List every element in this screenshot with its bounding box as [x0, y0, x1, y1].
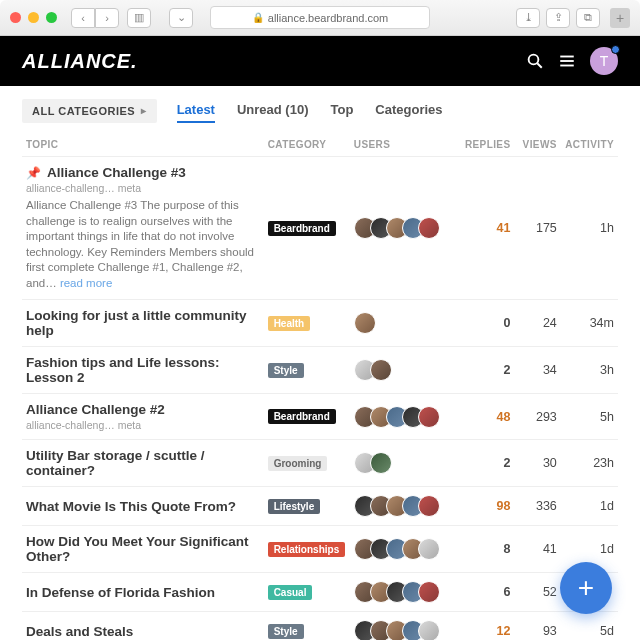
- tab-unread-10-[interactable]: Unread (10): [237, 98, 309, 123]
- tab-top[interactable]: Top: [330, 98, 353, 123]
- user-avatars: [354, 581, 457, 603]
- notification-badge: [611, 45, 620, 54]
- category-pill[interactable]: Beardbrand: [268, 221, 336, 236]
- back-button[interactable]: ‹: [71, 8, 95, 28]
- new-tab-button[interactable]: +: [610, 8, 630, 28]
- filter-row: ALL CATEGORIES ▸ LatestUnread (10)TopCat…: [22, 98, 618, 123]
- avatar[interactable]: [370, 452, 392, 474]
- table-row[interactable]: Deals and StealsStyle12935d: [22, 612, 618, 640]
- view-count: 30: [515, 440, 561, 487]
- topic-table: TOPIC CATEGORY USERS REPLIES VIEWS ACTIV…: [22, 133, 618, 640]
- avatar[interactable]: [418, 538, 440, 560]
- table-row[interactable]: What Movie Is This Quote From?Lifestyle9…: [22, 487, 618, 526]
- category-pill[interactable]: Beardbrand: [268, 409, 336, 424]
- topic-title[interactable]: What Movie Is This Quote From?: [26, 499, 260, 514]
- topic-excerpt: Alliance Challenge #3 The purpose of thi…: [26, 198, 260, 291]
- category-pill[interactable]: Relationships: [268, 542, 346, 557]
- activity-age: 3h: [561, 347, 618, 394]
- activity-age: 1h: [561, 157, 618, 300]
- avatar[interactable]: [418, 495, 440, 517]
- table-row[interactable]: Alliance Challenge #2alliance-challeng… …: [22, 394, 618, 440]
- all-categories-dropdown[interactable]: ALL CATEGORIES ▸: [22, 99, 157, 123]
- activity-age: 5d: [561, 612, 618, 640]
- activity-age: 5h: [561, 394, 618, 440]
- table-row[interactable]: Fashion tips and Life lessons: Lesson 2S…: [22, 347, 618, 394]
- page-content: ALL CATEGORIES ▸ LatestUnread (10)TopCat…: [0, 86, 640, 640]
- reply-count: 12: [497, 624, 511, 638]
- pin-icon: 📌: [26, 166, 41, 180]
- share-button[interactable]: ⇪: [546, 8, 570, 28]
- topic-title[interactable]: Alliance Challenge #2: [26, 402, 260, 417]
- category-pill[interactable]: Lifestyle: [268, 499, 321, 514]
- read-more-link[interactable]: read more: [60, 277, 112, 289]
- avatar-letter: T: [600, 53, 609, 69]
- topic-title[interactable]: 📌Alliance Challenge #3: [26, 165, 260, 180]
- activity-age: 23h: [561, 440, 618, 487]
- col-topic: TOPIC: [22, 133, 264, 157]
- topic-title[interactable]: In Defense of Florida Fashion: [26, 585, 260, 600]
- forward-button[interactable]: ›: [95, 8, 119, 28]
- category-pill[interactable]: Style: [268, 624, 304, 639]
- view-count: 41: [515, 526, 561, 573]
- lock-icon: 🔒: [252, 12, 264, 23]
- maximize-window-icon[interactable]: [46, 12, 57, 23]
- reply-count: 2: [504, 456, 511, 470]
- reply-count: 48: [497, 410, 511, 424]
- table-row[interactable]: Utility Bar storage / scuttle / containe…: [22, 440, 618, 487]
- avatar[interactable]: [418, 620, 440, 640]
- user-avatars: [354, 359, 457, 381]
- topic-title[interactable]: Utility Bar storage / scuttle / containe…: [26, 448, 260, 478]
- window-controls: [10, 12, 57, 23]
- category-pill[interactable]: Casual: [268, 585, 313, 600]
- tab-latest[interactable]: Latest: [177, 98, 215, 123]
- category-pill[interactable]: Style: [268, 363, 304, 378]
- avatar[interactable]: [418, 581, 440, 603]
- view-count: 52: [515, 573, 561, 612]
- category-pill[interactable]: Grooming: [268, 456, 328, 471]
- topic-title[interactable]: Deals and Steals: [26, 624, 260, 639]
- category-pill[interactable]: Health: [268, 316, 311, 331]
- table-row[interactable]: How Did You Meet Your Significant Other?…: [22, 526, 618, 573]
- reply-count: 41: [497, 221, 511, 235]
- svg-point-0: [529, 55, 539, 65]
- search-icon[interactable]: [526, 52, 544, 70]
- avatar[interactable]: [354, 312, 376, 334]
- topic-tags: alliance-challeng… meta: [26, 182, 260, 194]
- view-count: 175: [515, 157, 561, 300]
- chevron-right-icon: ▸: [141, 105, 147, 116]
- table-row[interactable]: Looking for just a little community help…: [22, 300, 618, 347]
- table-row[interactable]: In Defense of Florida FashionCasual652: [22, 573, 618, 612]
- activity-age: 34m: [561, 300, 618, 347]
- tabs-button[interactable]: ⧉: [576, 8, 600, 28]
- view-count: 293: [515, 394, 561, 440]
- col-activity: ACTIVITY: [561, 133, 618, 157]
- topic-title[interactable]: How Did You Meet Your Significant Other?: [26, 534, 260, 564]
- user-avatars: [354, 312, 457, 334]
- topic-title[interactable]: Looking for just a little community help: [26, 308, 260, 338]
- avatar[interactable]: [418, 406, 440, 428]
- tab-categories[interactable]: Categories: [375, 98, 442, 123]
- user-avatars: [354, 495, 457, 517]
- avatar[interactable]: [370, 359, 392, 381]
- download-button[interactable]: ⤓: [516, 8, 540, 28]
- plus-icon: +: [578, 572, 594, 604]
- activity-age: 1d: [561, 487, 618, 526]
- nav-back-forward: ‹ ›: [71, 8, 119, 28]
- col-users: USERS: [350, 133, 461, 157]
- topic-title[interactable]: Fashion tips and Life lessons: Lesson 2: [26, 355, 260, 385]
- new-topic-fab[interactable]: +: [560, 562, 612, 614]
- url-bar[interactable]: 🔒 alliance.beardbrand.com: [210, 6, 430, 29]
- sidebar-toggle-button[interactable]: ▥: [127, 8, 151, 28]
- hamburger-icon[interactable]: [558, 52, 576, 70]
- svg-line-1: [537, 63, 542, 68]
- col-views: VIEWS: [515, 133, 561, 157]
- table-row[interactable]: 📌Alliance Challenge #3alliance-challeng……: [22, 157, 618, 300]
- all-categories-label: ALL CATEGORIES: [32, 105, 135, 117]
- logo[interactable]: ALLIANCE.: [22, 50, 138, 73]
- pocket-button[interactable]: ⌄: [169, 8, 193, 28]
- avatar[interactable]: [418, 217, 440, 239]
- site-header: ALLIANCE. T: [0, 36, 640, 86]
- minimize-window-icon[interactable]: [28, 12, 39, 23]
- user-avatar[interactable]: T: [590, 47, 618, 75]
- close-window-icon[interactable]: [10, 12, 21, 23]
